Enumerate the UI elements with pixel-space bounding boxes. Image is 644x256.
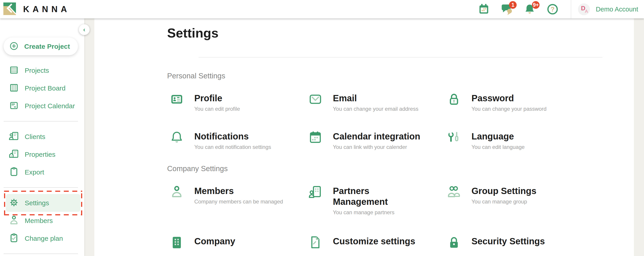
settings-card-customize-settings[interactable]: Customize settings — [306, 236, 444, 249]
sidebar-item-label: Export — [25, 168, 44, 176]
card-title: Profile — [194, 93, 240, 104]
padlock-icon — [448, 93, 460, 106]
card-text: Profile You can edit profile — [194, 93, 240, 112]
title-divider — [198, 57, 602, 58]
settings-card-members[interactable]: Members Company members can be managed — [167, 186, 306, 216]
sidebar-item-project-board[interactable]: Project Board — [0, 79, 84, 97]
sidebar-item-label: Project Board — [25, 84, 66, 92]
card-subtitle: You can edit language — [472, 144, 525, 150]
sidebar-item-label: Members — [25, 217, 53, 224]
id-card-icon — [170, 93, 183, 106]
sidebar-collapse-button[interactable]: ‹ — [79, 24, 90, 35]
card-text: Company — [194, 236, 235, 246]
calendar-icon — [309, 131, 322, 144]
card-title: Calendar integration — [333, 131, 420, 142]
chat-badge: 1 — [509, 1, 517, 9]
notifications-bell-icon[interactable]: 9+ — [524, 3, 536, 16]
sidebar-item-properties[interactable]: Properties — [0, 146, 84, 163]
chat-icon[interactable]: 1 — [501, 3, 514, 16]
svg-text:?: ? — [550, 6, 554, 13]
settings-card-security-settings[interactable]: Security Settings — [444, 236, 583, 249]
plan-clipboard-icon — [9, 233, 19, 244]
card-title: Members — [194, 186, 283, 196]
top-bar: KANNA — [0, 0, 644, 18]
company-building-icon — [170, 236, 183, 249]
sidebar-item-label: Properties — [25, 151, 56, 158]
kanna-logo-icon — [3, 2, 16, 16]
section-heading-personal: Personal Settings — [167, 72, 634, 80]
card-title: Password — [472, 93, 546, 104]
sidebar-item-project-calendar[interactable]: Project Calendar — [0, 97, 84, 115]
sidebar-item-label: Clients — [25, 133, 45, 140]
create-project-label: Create Project — [24, 43, 70, 50]
card-title: Language — [472, 131, 525, 142]
settings-card-password[interactable]: Password You can change your password — [444, 93, 583, 112]
card-text: Group Settings You can manage group — [472, 186, 536, 205]
projects-list-icon — [9, 65, 19, 76]
card-text: Partners Management You can manage partn… — [333, 186, 407, 216]
partner-building-icon — [309, 186, 322, 198]
sidebar-divider — [4, 187, 78, 188]
card-subtitle: You can change your email address — [333, 106, 418, 112]
sidebar: Create Project Projects — [0, 18, 84, 256]
sidebar-item-label: Change plan — [25, 235, 63, 242]
people-group-icon — [448, 186, 460, 198]
card-subtitle: You can edit profile — [194, 106, 240, 112]
sidebar-item-members[interactable]: Members — [0, 212, 84, 230]
tools-icon — [448, 131, 460, 144]
sidebar-item-label: Settings — [25, 199, 49, 207]
card-title: Group Settings — [472, 186, 536, 196]
property-document-icon — [9, 149, 19, 160]
avatar-initial-bottom: A — [585, 9, 588, 14]
gantt-calendar-icon — [9, 100, 19, 112]
card-text: Notifications You can edit notification … — [194, 131, 271, 150]
page-title: Settings — [167, 25, 634, 41]
main-content: Settings Personal Settings — [94, 18, 634, 256]
sidebar-item-export[interactable]: Export — [0, 163, 84, 181]
settings-card-notifications[interactable]: Notifications You can edit notification … — [167, 131, 306, 150]
person-icon — [170, 186, 183, 198]
card-title: Company — [194, 236, 235, 246]
board-columns-icon — [9, 83, 19, 94]
notifications-badge: 9+ — [532, 1, 540, 9]
export-clipboard-icon — [9, 167, 19, 178]
card-title: Email — [333, 93, 418, 104]
create-project-button[interactable]: Create Project — [4, 38, 78, 55]
card-subtitle: You can edit notification settings — [194, 144, 271, 150]
brand[interactable]: KANNA — [0, 2, 70, 16]
card-title: Partners Management — [333, 186, 407, 207]
card-subtitle: You can change your password — [472, 106, 546, 112]
sidebar-nav: Projects Project Board — [0, 62, 84, 254]
sidebar-item-change-plan[interactable]: Change plan — [0, 230, 84, 247]
envelope-icon — [309, 93, 322, 106]
card-title: Customize settings — [333, 236, 415, 246]
account-name: Demo Account — [596, 6, 638, 13]
settings-card-profile[interactable]: Profile You can edit profile — [167, 93, 306, 112]
sidebar-item-clients[interactable]: Clients — [0, 128, 84, 146]
avatar: D A — [578, 3, 590, 15]
bell-icon — [170, 131, 183, 144]
sidebar-item-settings[interactable]: Settings — [6, 194, 80, 212]
sidebar-item-label: Projects — [25, 67, 49, 74]
gear-icon — [9, 198, 19, 208]
header-actions: 1 9+ ? D A Demo Ac — [473, 0, 644, 18]
brand-name: KANNA — [23, 4, 70, 14]
settings-card-group-settings[interactable]: Group Settings You can manage group — [444, 186, 583, 216]
security-lock-icon — [448, 236, 460, 249]
sidebar-divider — [4, 121, 78, 122]
settings-card-partners-management[interactable]: Partners Management You can manage partn… — [306, 186, 444, 216]
settings-card-email[interactable]: Email You can change your email address — [306, 93, 444, 112]
card-text: Security Settings — [472, 236, 545, 246]
calendar-icon[interactable] — [478, 3, 490, 16]
help-icon[interactable]: ? — [547, 3, 559, 16]
section-heading-company: Company Settings — [167, 164, 634, 173]
account-menu[interactable]: D A Demo Account — [571, 0, 644, 18]
card-subtitle: You can manage partners — [333, 209, 407, 216]
settings-card-company[interactable]: Company — [167, 236, 306, 249]
card-text: Customize settings — [333, 236, 415, 246]
sidebar-item-projects[interactable]: Projects — [0, 62, 84, 79]
settings-card-language[interactable]: Language You can edit language — [444, 131, 583, 150]
card-subtitle: You can link with your calender — [333, 144, 420, 150]
settings-card-calendar-integration[interactable]: Calendar integration You can link with y… — [306, 131, 444, 150]
plus-circle-icon — [9, 41, 19, 52]
